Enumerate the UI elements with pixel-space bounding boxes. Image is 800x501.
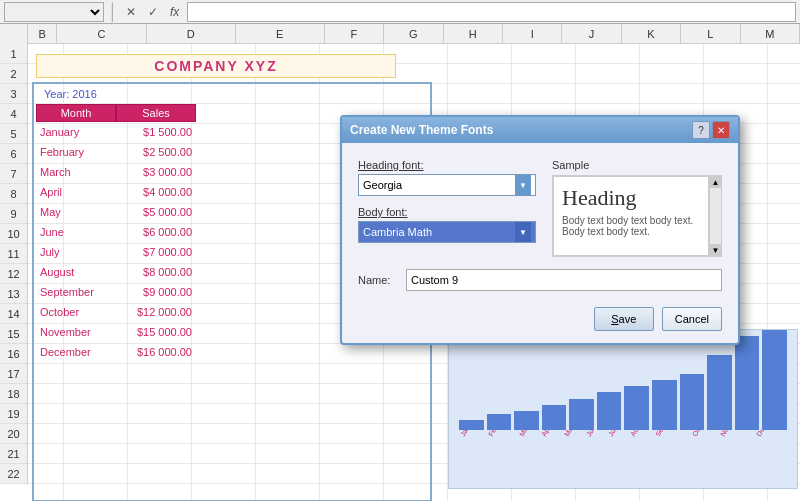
table-row: November $15 000.00 (36, 322, 196, 342)
sales-cell: $3 000.00 (116, 162, 196, 182)
body-font-dropdown[interactable]: Cambria Math ▼ (358, 221, 536, 243)
month-cell: June (36, 222, 116, 242)
sales-cell: $1 500.00 (116, 122, 196, 142)
month-cell: January (36, 122, 116, 142)
month-cell: February (36, 142, 116, 162)
sales-cell: $16 000.00 (116, 342, 196, 362)
table-row: April $4 000.00 (36, 182, 196, 202)
month-cell: May (36, 202, 116, 222)
heading-font-value: Georgia (363, 179, 402, 191)
cell-reference-box[interactable] (4, 2, 104, 22)
chart-month-label: August (629, 430, 646, 438)
chart-month-label: February (487, 430, 507, 438)
col-header-c: C (57, 24, 146, 44)
chart-bar (707, 355, 732, 430)
name-row: Name: (358, 269, 722, 291)
sales-cell: $5 000.00 (116, 202, 196, 222)
row-header: 8 (0, 184, 27, 204)
chart-bar (735, 336, 760, 430)
row-headers: 12345678910111213141516171819202122 (0, 44, 28, 484)
month-cell: September (36, 282, 116, 302)
chart-bar (514, 411, 539, 430)
sample-scrollbar[interactable]: ▲ ▼ (709, 176, 721, 256)
table-row: August $8 000.00 (36, 262, 196, 282)
chart-bar (652, 380, 677, 430)
chart-month-label: March (518, 430, 534, 438)
sales-cell: $2 500.00 (116, 142, 196, 162)
font-selectors: Heading font: Georgia ▼ Body font: Cambr… (358, 159, 536, 243)
table-row: October $12 000.00 (36, 302, 196, 322)
save-button[interactable]: SSaveave (594, 307, 654, 331)
chart-bar (542, 405, 567, 430)
month-cell: July (36, 242, 116, 262)
body-font-arrow[interactable]: ▼ (515, 222, 531, 242)
chart-bar (597, 392, 622, 430)
col-header-g: G (384, 24, 443, 44)
chart-month-label: December (755, 430, 777, 438)
table-row: July $7 000.00 (36, 242, 196, 262)
dialog-title: Create New Theme Fonts (350, 123, 493, 137)
chart-month-label: April (540, 430, 556, 438)
name-input[interactable] (406, 269, 722, 291)
create-theme-fonts-dialog[interactable]: Create New Theme Fonts ? ✕ Heading font:… (340, 115, 740, 345)
scrollbar-up[interactable]: ▲ (710, 176, 722, 188)
heading-font-arrow[interactable]: ▼ (515, 175, 531, 195)
row-header: 10 (0, 224, 27, 244)
row-header: 5 (0, 124, 27, 144)
col-header-k: K (622, 24, 681, 44)
fonts-row: Heading font: Georgia ▼ Body font: Cambr… (358, 159, 722, 257)
dialog-footer: SSaveave Cancel (342, 307, 738, 343)
row-header: 14 (0, 304, 27, 324)
month-cell: October (36, 302, 116, 322)
table-row: June $6 000.00 (36, 222, 196, 242)
chart-bar (487, 414, 512, 430)
sample-section: Sample Heading Body text body text body … (552, 159, 722, 257)
table-row: January $1 500.00 (36, 122, 196, 142)
sales-cell: $7 000.00 (116, 242, 196, 262)
row-header: 4 (0, 104, 27, 124)
row-header: 9 (0, 204, 27, 224)
month-cell: April (36, 182, 116, 202)
heading-font-label: Heading font: (358, 159, 536, 171)
sales-cell: $9 000.00 (116, 282, 196, 302)
row-header: 13 (0, 284, 27, 304)
sample-heading: Heading (562, 185, 700, 211)
save-label: SSaveave (611, 313, 636, 325)
header-corner (0, 24, 28, 44)
dialog-close-button[interactable]: ✕ (712, 121, 730, 139)
data-table: January $1 500.00 February $2 500.00 Mar… (36, 122, 196, 362)
cancel-button[interactable]: Cancel (662, 307, 722, 331)
sales-cell: $12 000.00 (116, 302, 196, 322)
chart-month-label: January (459, 430, 478, 438)
chart-bars (449, 330, 797, 430)
table-row: March $3 000.00 (36, 162, 196, 182)
chart-month-label: September (654, 430, 677, 438)
col-header-e: E (236, 24, 325, 44)
body-font-label: Body font: (358, 206, 536, 218)
formula-input[interactable] (187, 2, 796, 22)
col-header-l: L (681, 24, 740, 44)
row-header: 6 (0, 144, 27, 164)
sample-box: Heading Body text body text body text. B… (553, 176, 709, 256)
chart-month-label: June (585, 430, 601, 438)
row-header: 22 (0, 464, 27, 484)
row-header: 15 (0, 324, 27, 344)
row-header: 19 (0, 404, 27, 424)
month-cell: March (36, 162, 116, 182)
heading-font-dropdown[interactable]: Georgia ▼ (358, 174, 536, 196)
formula-bar-sep: │ (108, 3, 118, 21)
chart-bar (569, 399, 594, 430)
month-header: Month (36, 104, 116, 122)
sales-cell: $4 000.00 (116, 182, 196, 202)
cancel-btn[interactable]: ✕ (122, 5, 140, 19)
col-header-h: H (444, 24, 503, 44)
sales-header: Sales (116, 104, 196, 122)
scrollbar-down[interactable]: ▼ (710, 244, 722, 256)
month-cell: December (36, 342, 116, 362)
confirm-btn[interactable]: ✓ (144, 5, 162, 19)
col-header-b: B (28, 24, 58, 44)
chart-bar (459, 420, 484, 430)
year-label: Year: 2016 (44, 88, 97, 100)
dialog-help-button[interactable]: ? (692, 121, 710, 139)
sales-cell: $6 000.00 (116, 222, 196, 242)
